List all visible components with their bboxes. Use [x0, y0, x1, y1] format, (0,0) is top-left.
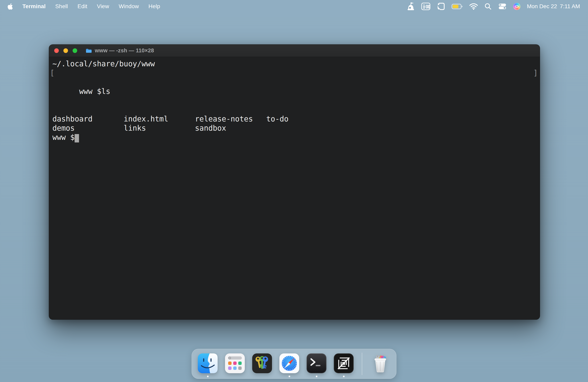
spotlight-search-icon[interactable]: [484, 0, 492, 13]
terminal-line: ~/.local/share/buoy/www: [49, 59, 540, 69]
dock-trash-icon[interactable]: [370, 353, 390, 373]
menu-view[interactable]: View: [92, 0, 114, 13]
menu-bar: Terminal Shell Edit View Window Help: [0, 0, 588, 13]
terminal-line: demos links sandbox: [49, 124, 540, 133]
terminal-line-prompt: www $: [49, 133, 540, 142]
terminal-cursor: [75, 134, 79, 142]
dock-divider: [362, 353, 362, 375]
control-center-icon[interactable]: [498, 0, 507, 13]
dock: [192, 349, 396, 379]
running-indicator: [343, 376, 345, 377]
menu-edit[interactable]: Edit: [73, 0, 92, 13]
dock-zed-icon[interactable]: [334, 353, 354, 373]
close-button[interactable]: [54, 48, 59, 53]
wifi-icon[interactable]: [469, 0, 478, 13]
terminal-line: dashboard index.html release-notes to-do: [49, 115, 540, 124]
dock-launchpad-icon[interactable]: [225, 353, 245, 373]
window-title: www — -zsh — 110×28: [95, 48, 154, 54]
battery-icon[interactable]: [452, 0, 463, 13]
zoom-button[interactable]: [73, 48, 77, 53]
traffic-lights: [54, 48, 77, 53]
menu-shell[interactable]: Shell: [50, 0, 73, 13]
terminal-window: www — -zsh — 110×28 ~/.local/share/buoy/…: [49, 44, 540, 320]
clock-date: Mon Dec 22: [527, 3, 557, 10]
menu-bar-clock[interactable]: Mon Dec 22 7:11 AM: [527, 3, 580, 10]
dock-finder-icon[interactable]: [198, 353, 218, 373]
command-mark-open: [: [50, 69, 54, 78]
terminal-line-command: [ www $ls ]: [49, 69, 540, 115]
menu-window[interactable]: Window: [114, 0, 144, 13]
dock-passwords-icon[interactable]: [252, 353, 272, 373]
running-indicator: [207, 376, 209, 377]
screenshot-peel-icon[interactable]: [437, 0, 445, 13]
siri-icon[interactable]: [513, 0, 520, 13]
titlebar-title-group: www — -zsh — 110×28: [85, 48, 154, 54]
menu-bar-left: Terminal Shell Edit View Window Help: [0, 0, 165, 13]
shortcuts-cheatsheet-icon[interactable]: [421, 0, 430, 13]
menu-bar-status: Mon Dec 22 7:11 AM: [407, 0, 588, 13]
command-mark-close: ]: [533, 69, 538, 78]
menu-terminal[interactable]: Terminal: [18, 0, 50, 13]
clock-time: 7:11 AM: [560, 3, 580, 10]
terminal-content[interactable]: ~/.local/share/buoy/www [ www $ls ] dash…: [49, 57, 540, 142]
folder-icon[interactable]: [85, 48, 92, 53]
dock-terminal-icon[interactable]: [307, 353, 326, 373]
menu-help[interactable]: Help: [144, 0, 165, 13]
apple-menu[interactable]: [8, 0, 18, 13]
window-titlebar[interactable]: www — -zsh — 110×28: [49, 45, 540, 57]
minimize-button[interactable]: [63, 48, 68, 53]
apple-logo-icon: [8, 3, 13, 10]
dock-safari-icon[interactable]: [279, 353, 299, 373]
running-indicator: [289, 376, 290, 377]
running-indicator: [316, 376, 317, 377]
buoy-app-icon[interactable]: [407, 0, 415, 13]
